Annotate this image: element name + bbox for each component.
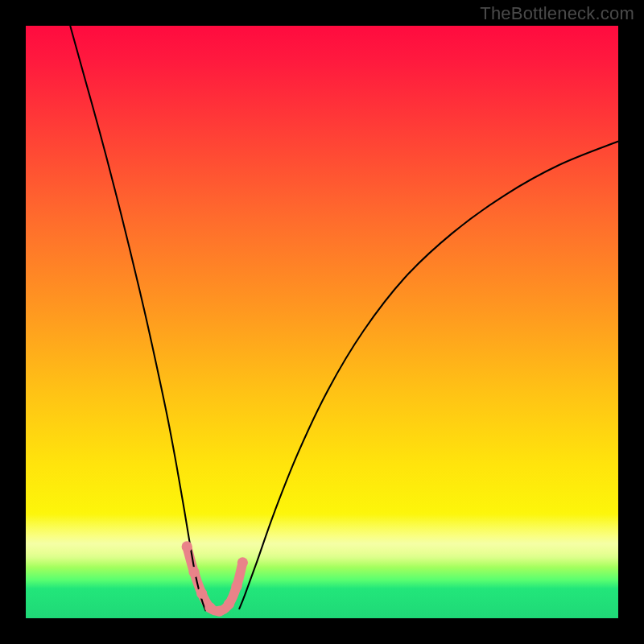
trough-marker	[231, 581, 242, 592]
left-curve-path	[70, 26, 206, 611]
trough-marker	[196, 588, 207, 598]
trough-marker	[224, 599, 234, 609]
trough-marker	[204, 602, 215, 613]
trough-marker	[214, 606, 225, 617]
trough-marker	[237, 557, 248, 568]
curve-layer	[26, 26, 618, 618]
plot-area	[26, 26, 618, 618]
right-curve-path	[239, 142, 618, 609]
chart-stage: TheBottleneck.com	[0, 0, 644, 644]
trough-connector-path	[187, 547, 242, 611]
trough-marker	[188, 567, 199, 577]
watermark-text: TheBottleneck.com	[480, 3, 634, 24]
trough-marker	[182, 541, 192, 551]
